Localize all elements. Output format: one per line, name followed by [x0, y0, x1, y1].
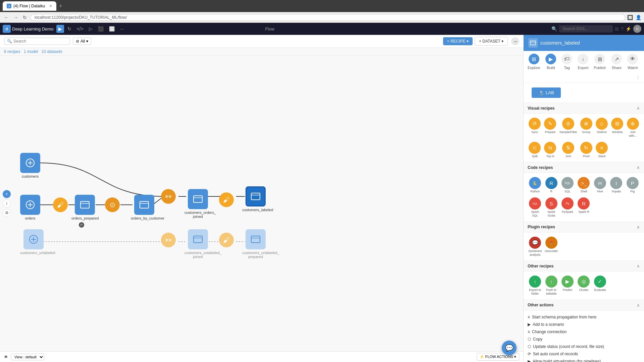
watch-action[interactable]: 👁 Watch: [627, 54, 638, 70]
recipe-sync[interactable]: ⟳ Sync: [528, 116, 542, 139]
recipe-sql[interactable]: SQL SQL: [560, 176, 575, 195]
apps-icon[interactable]: ⊞: [615, 26, 619, 32]
explore-action[interactable]: ⊞ Explore: [528, 54, 540, 70]
header-run-button[interactable]: ▷: [87, 25, 95, 33]
node-orders-prepared[interactable]: orders_prepared P: [71, 195, 98, 220]
zoom-in-button[interactable]: +: [3, 190, 11, 198]
header-commit-button[interactable]: ⬛: [96, 25, 106, 33]
recipe-join[interactable]: ⊗ Join with...: [626, 116, 640, 139]
plugin-recipes-collapse-button[interactable]: ∧: [637, 225, 640, 230]
visual-recipes-collapse-button[interactable]: ∧: [637, 106, 640, 111]
export-action[interactable]: ↓ Export: [578, 54, 588, 70]
chat-button[interactable]: 💬: [502, 341, 517, 355]
reload-button[interactable]: ↻: [21, 14, 28, 21]
panel-toggle-button[interactable]: →: [511, 37, 519, 45]
extensions-icon[interactable]: 🔲: [627, 15, 633, 20]
recipe-sentiment[interactable]: 💬 Sentiment analysis: [528, 235, 543, 258]
node-recipe-r3[interactable]: ⊕⊕: [161, 189, 176, 204]
address-bar[interactable]: localhost:11200/projects/DKU_TUTORIAL_ML…: [30, 14, 625, 21]
header-refresh-button[interactable]: ↻: [65, 25, 73, 33]
node-customers-unl-prepared[interactable]: customers_unlabeled_prepared: [242, 229, 269, 259]
recipe-prepare[interactable]: ✎ Prepare: [543, 116, 557, 139]
recipe-evaluate[interactable]: ✓ Evaluate: [593, 274, 607, 297]
recipe-geocoder[interactable]: 📍 Geocoder: [544, 235, 559, 258]
action-add-scenario[interactable]: ▶ Add to a scenario: [528, 321, 640, 328]
publish-action[interactable]: ⊞ Publish: [594, 54, 606, 70]
header-code-button[interactable]: </>: [75, 25, 86, 33]
tag-action[interactable]: 🏷 Tag: [561, 54, 572, 70]
node-recipe-r6[interactable]: 🖌: [219, 233, 234, 247]
share-action[interactable]: ↗ Share: [611, 54, 622, 70]
action-update-status[interactable]: ⬡ Update status (count of record, file s…: [528, 343, 640, 350]
recipe-stack[interactable]: ≡ Stack: [595, 140, 609, 160]
action-change-connection[interactable]: ≡ Change connection: [528, 328, 640, 336]
action-virtualization[interactable]: ▶ Allow build virtualization (for pipeli…: [528, 358, 640, 362]
search-dss-input[interactable]: [559, 25, 613, 33]
other-recipes-collapse-button[interactable]: ∧: [637, 263, 640, 268]
recipe-r[interactable]: R R: [544, 176, 558, 195]
recipe-pig[interactable]: P Pig: [625, 176, 640, 195]
view-select[interactable]: View : default: [11, 354, 44, 360]
recipe-sort[interactable]: ⇅ Sort: [559, 140, 578, 160]
new-tab-button[interactable]: +: [59, 3, 62, 9]
recipe-split[interactable]: ⊂ Split: [528, 140, 542, 160]
recipe-impala[interactable]: I Impala: [609, 176, 624, 195]
recipe-hive[interactable]: H Hive: [593, 176, 607, 195]
model-link[interactable]: 1 model: [24, 49, 38, 54]
recipe-pyspark[interactable]: Py PySpark: [560, 196, 575, 219]
recipe-pivot[interactable]: ↻ Pivot: [579, 140, 593, 160]
flow-mode-button[interactable]: ▶: [56, 25, 64, 33]
node-recipe-r4[interactable]: 🖌: [219, 192, 234, 207]
recipe-window[interactable]: ⊞ Window: [610, 116, 624, 139]
filter-button[interactable]: ⊘ All ▾: [73, 38, 91, 45]
back-button[interactable]: ←: [3, 14, 10, 21]
recipe-cluster[interactable]: ◎ Cluster: [576, 274, 591, 297]
node-orders-by-customer[interactable]: orders_by_customer: [131, 195, 158, 220]
node-recipe-r2[interactable]: ⊙: [105, 197, 120, 212]
node-customers-orders-joined[interactable]: customers_orders_joined: [184, 189, 211, 219]
user-avatar[interactable]: U: [633, 25, 641, 33]
datasets-link[interactable]: 10 datasets: [41, 49, 62, 54]
recipe-distinct[interactable]: ◇ Distinct: [595, 116, 609, 139]
node-orders[interactable]: orders: [20, 195, 40, 220]
node-customers[interactable]: customers: [20, 153, 40, 178]
recipe-predict[interactable]: ▶ Predict: [560, 274, 575, 297]
tab-close-button[interactable]: ✕: [49, 4, 52, 8]
code-recipes-collapse-button[interactable]: ∧: [637, 165, 640, 170]
add-dataset-button[interactable]: + DATASET ▾: [475, 37, 508, 46]
recipe-top-n[interactable]: N Top N: [543, 140, 557, 160]
notification-icon[interactable]: ⚡: [626, 26, 631, 32]
recipe-spark-sql[interactable]: SQL Spark SQL: [528, 196, 542, 219]
action-schema-propagation[interactable]: ≡ Start schema propagation from here: [528, 313, 640, 321]
header-more-button[interactable]: ···: [118, 25, 126, 33]
recipe-spark-scala[interactable]: S Spark Scala: [544, 196, 558, 219]
flow-canvas[interactable]: + i ⚙: [0, 56, 523, 351]
action-copy[interactable]: ⬡ Copy: [528, 336, 640, 343]
profile-icon[interactable]: 👤: [636, 15, 641, 20]
header-grid-button[interactable]: ⬜: [107, 25, 117, 33]
search-input[interactable]: [13, 39, 67, 44]
recipes-link[interactable]: 6 recipes: [4, 49, 20, 54]
settings-button[interactable]: ⚙: [3, 209, 11, 217]
help-icon[interactable]: ?: [621, 26, 624, 32]
recipe-python[interactable]: 🐍 Python: [528, 176, 542, 195]
node-customers-unlabeled[interactable]: customers_unlabeled: [20, 229, 47, 255]
action-auto-count[interactable]: ⟳ Set auto count of records: [528, 350, 640, 358]
browser-tab[interactable]: d (4) Flow | Dataiku ✕: [3, 1, 56, 11]
info-button[interactable]: i: [3, 199, 11, 207]
forward-button[interactable]: →: [12, 14, 19, 21]
recipe-shell[interactable]: >_ Shell: [576, 176, 591, 195]
recipe-group[interactable]: ⊕ Group: [579, 116, 593, 139]
recipe-export-folder[interactable]: ↑ Export to folder: [528, 274, 542, 297]
node-customers-unl-joined[interactable]: customers_unlabeled_joined: [184, 229, 211, 259]
recipe-push-editable[interactable]: ↑ Push to editable: [544, 274, 558, 297]
add-recipe-button[interactable]: + RECIPE ▾: [443, 37, 473, 45]
node-recipe-r1[interactable]: 🖌: [53, 197, 68, 212]
build-action[interactable]: ▶ Build: [545, 54, 556, 70]
other-actions-collapse-button[interactable]: ∧: [637, 303, 640, 308]
node-recipe-r5[interactable]: ⊕⊕: [161, 233, 176, 247]
recipe-spark-r[interactable]: R Spark R: [576, 196, 591, 219]
node-customers-labeled[interactable]: customers_labeled: [242, 186, 269, 212]
lab-button[interactable]: 🔬 LAB: [532, 87, 561, 98]
panel-more-button[interactable]: ⋮: [636, 75, 640, 80]
